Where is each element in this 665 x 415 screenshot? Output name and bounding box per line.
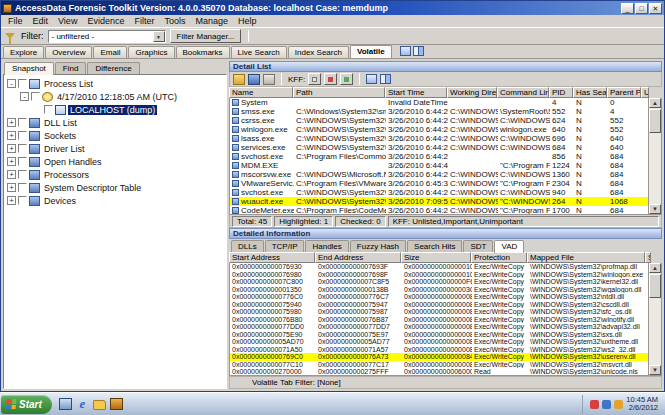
vad-row-0[interactable]: 0x00000000000769300x000000000007693F0x00… xyxy=(230,263,648,271)
vad-col-end-address[interactable]: End Address xyxy=(315,252,401,263)
tree-item-processors[interactable]: +Processors xyxy=(4,168,226,181)
process-col-pid[interactable]: PID xyxy=(549,87,573,98)
menu-filter[interactable]: Filter xyxy=(129,16,159,26)
left-tab-difference[interactable]: Difference xyxy=(87,62,139,74)
layout-split-icon[interactable] xyxy=(413,46,424,56)
tree-checkbox[interactable] xyxy=(18,131,27,140)
export-icon[interactable] xyxy=(233,74,245,85)
tree-item-localhost-dump[interactable]: LOCALHOST (dump) xyxy=(4,103,226,116)
process-row-svchost-exe[interactable]: svchost.exeC:\WINDOWS\System32\s...3/26/… xyxy=(230,188,648,197)
vad-row-9[interactable]: 0x0000000000075E900x0000000000075E970x00… xyxy=(230,331,648,339)
vad-col-suspicious[interactable]: Suspicious xyxy=(645,252,651,263)
expand-icon[interactable]: + xyxy=(7,144,16,153)
process-col-name[interactable]: Name xyxy=(229,87,293,98)
process-col-has-searc[interactable]: Has Searc... xyxy=(573,87,607,98)
tab-index-search[interactable]: Index Search xyxy=(288,46,349,58)
process-row-mdm-exe[interactable]: MDM.EXE3/26/2010 6:44:46 ..."C:\Program … xyxy=(230,161,648,170)
scroll-up-icon[interactable]: ▲ xyxy=(649,263,661,273)
process-row-vmwareservic[interactable]: VMwareServic...C:\Program Files\VMware\.… xyxy=(230,179,648,188)
expand-icon[interactable]: + xyxy=(7,118,16,127)
vad-row-14[interactable]: 0x00000000002700000x0000000000275FFF0x00… xyxy=(230,368,648,375)
kff-important-button[interactable] xyxy=(324,73,337,85)
left-tab-find[interactable]: Find xyxy=(55,62,87,74)
vad-row-8[interactable]: 0x0000000000077DD00x0000000000077DD70x00… xyxy=(230,323,648,331)
process-row-services-exe[interactable]: services.exeC:\WINDOWS\System32\se...3/2… xyxy=(230,143,648,152)
scroll-down-icon[interactable]: ▼ xyxy=(649,204,661,214)
tree-checkbox[interactable] xyxy=(18,144,27,153)
save-icon[interactable] xyxy=(248,74,260,85)
info-tab-vad[interactable]: VAD xyxy=(494,240,524,253)
tree-item-open-handles[interactable]: +Open Handles xyxy=(4,155,226,168)
process-row-lsass-exe[interactable]: lsass.exeC:\WINDOWS\System32\lsas...3/26… xyxy=(230,134,648,143)
info-tab-search-hits[interactable]: Search Hits xyxy=(407,240,462,252)
expand-icon[interactable]: + xyxy=(7,157,16,166)
process-row-svchost-exe[interactable]: svchost.exeC:\Program Files\Common...3/2… xyxy=(230,152,648,161)
menu-view[interactable]: View xyxy=(53,16,82,26)
update-tray-icon[interactable] xyxy=(614,400,623,409)
process-col-path[interactable]: Path xyxy=(293,87,385,98)
process-col-parent-pid[interactable]: Parent PID xyxy=(607,87,641,98)
vad-row-3[interactable]: 0x00000000000013500x000000000000138B0x00… xyxy=(230,286,648,294)
tree-checkbox[interactable] xyxy=(18,79,27,88)
process-col-start-time[interactable]: Start Time xyxy=(385,87,447,98)
tab-bookmarks[interactable]: Bookmarks xyxy=(176,46,230,58)
menu-help[interactable]: Help xyxy=(233,16,262,26)
tab-graphics[interactable]: Graphics xyxy=(128,46,174,58)
vad-row-10[interactable]: 0x000000000005AD700x000000000005AD770x00… xyxy=(230,338,648,346)
column-settings-icon[interactable] xyxy=(366,74,377,84)
show-desktop-icon[interactable] xyxy=(59,398,72,410)
process-col-working-directory[interactable]: Working Directory xyxy=(447,87,497,98)
filter-select[interactable]: - unfiltered - ▼ xyxy=(48,30,166,43)
menu-evidence[interactable]: Evidence xyxy=(82,16,129,26)
vad-row-4[interactable]: 0x00000000000776C00x00000000000776C70x00… xyxy=(230,293,648,301)
process-row-system[interactable]: SystemInvalid DateTime (U...4N0 xyxy=(230,98,648,107)
vad-row-11[interactable]: 0x0000000000071A500x0000000000071A570x00… xyxy=(230,346,648,354)
vad-row-7[interactable]: 0x0000000000076B800x0000000000076B870x00… xyxy=(230,316,648,324)
tree-checkbox[interactable] xyxy=(18,118,27,127)
ftk-app-icon[interactable] xyxy=(110,398,123,410)
tree-checkbox[interactable] xyxy=(18,196,27,205)
scroll-down-icon[interactable]: ▼ xyxy=(649,365,661,375)
tree-checkbox[interactable] xyxy=(18,157,27,166)
layout-tile-icon[interactable] xyxy=(400,46,411,56)
menu-file[interactable]: File xyxy=(3,16,28,26)
scrollbar-thumb[interactable] xyxy=(649,109,661,133)
kff-unlisted-button[interactable] xyxy=(308,73,321,85)
filter-manager-button[interactable]: Filter Manager... xyxy=(170,29,242,43)
expand-icon[interactable]: + xyxy=(7,183,16,192)
process-col-command-line[interactable]: Command Line xyxy=(497,87,549,98)
vad-row-1[interactable]: 0x00000000000769800x000000000007698F0x00… xyxy=(230,271,648,279)
tab-explore[interactable]: Explore xyxy=(3,46,44,58)
tab-live-search[interactable]: Live Search xyxy=(231,46,287,58)
tree-item-sockets[interactable]: +Sockets xyxy=(4,129,226,142)
tree-checkbox[interactable] xyxy=(18,183,27,192)
process-col-user[interactable]: User xyxy=(641,87,649,98)
expand-icon[interactable]: + xyxy=(7,131,16,140)
vad-table-scrollbar[interactable]: ▲ ▼ xyxy=(648,263,661,375)
start-button[interactable]: Start xyxy=(1,395,52,414)
info-tab-handles[interactable]: Handles xyxy=(305,240,348,252)
process-row-csrss-exe[interactable]: csrss.exeC:\WINDOWS\System32\cs...3/26/2… xyxy=(230,116,648,125)
close-button[interactable]: ✕ xyxy=(649,3,662,14)
left-tab-snapshot[interactable]: Snapshot xyxy=(4,62,54,75)
expand-icon[interactable]: + xyxy=(7,196,16,205)
folder-icon[interactable] xyxy=(93,400,106,410)
vad-row-5[interactable]: 0x00000000000759400x00000000000759470x00… xyxy=(230,301,648,309)
info-tab-fuzzy-hash[interactable]: Fuzzy Hash xyxy=(350,240,406,252)
process-row-mscorsvw-exe[interactable]: mscorsvw.exeC:\WINDOWS\Microsoft.N...3/2… xyxy=(230,170,648,179)
security-tray-icon[interactable] xyxy=(590,400,599,409)
maximize-button[interactable]: □ xyxy=(635,3,648,14)
vad-col-start-address[interactable]: Start Address xyxy=(229,252,315,263)
info-tab-tcp-ip[interactable]: TCP/IP xyxy=(265,240,305,252)
tree-checkbox[interactable] xyxy=(18,170,27,179)
vad-col-mapped-file[interactable]: Mapped File xyxy=(527,252,645,263)
scroll-up-icon[interactable]: ▲ xyxy=(649,98,661,108)
tree-item-driver-list[interactable]: +Driver List xyxy=(4,142,226,155)
tree-item-4-17-2010-12-18-05-am-utc[interactable]: -4/17/2010 12:18:05 AM (UTC) xyxy=(4,90,226,103)
vad-row-12[interactable]: 0x00000000000769C00x0000000000076A730x00… xyxy=(230,353,648,361)
tree-item-devices[interactable]: +Devices xyxy=(4,194,226,207)
process-table-scrollbar[interactable]: ▲ ▼ xyxy=(648,98,661,214)
vad-col-size[interactable]: Size xyxy=(401,252,471,263)
vad-row-6[interactable]: 0x00000000000759800x00000000000759870x00… xyxy=(230,308,648,316)
internet-explorer-icon[interactable]: e xyxy=(76,398,89,410)
